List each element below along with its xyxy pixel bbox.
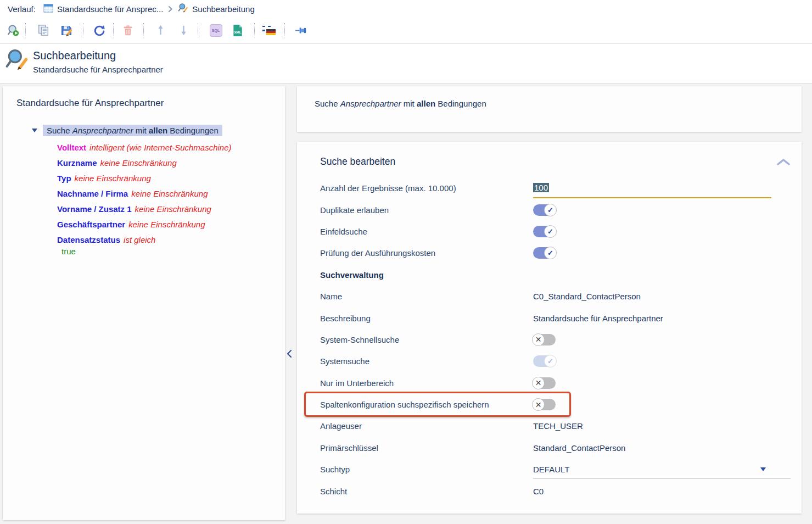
- chevron-right-icon: [168, 5, 173, 13]
- edit-search-card: Suche bearbeiten Anzahl der Ergebnisse (…: [297, 142, 802, 514]
- subarea-only-toggle[interactable]: ✕: [533, 377, 556, 389]
- field-label: Systemsuche: [320, 356, 533, 366]
- page-subtitle: Standardsuche für Ansprechpartner: [33, 65, 163, 74]
- top-bar: Verlauf: Standardsuche für Ansprec...: [0, 0, 812, 43]
- system-search-toggle: ✓: [533, 355, 556, 367]
- form-row-results: Anzahl der Ergebnisse (max. 10.000) 100: [297, 177, 802, 199]
- form-row-system-search: Systemsuche ✓: [297, 350, 802, 372]
- field-label: Spaltenkonfiguration suchspezifisch spei…: [320, 400, 533, 409]
- duplicates-toggle[interactable]: ✓: [533, 204, 556, 216]
- sql-badge: SQL: [210, 24, 222, 37]
- cost-check-toggle[interactable]: ✓: [533, 247, 556, 259]
- form-row-duplicates: Duplikate erlauben ✓: [297, 199, 802, 220]
- field-label: Suchtyp: [320, 465, 533, 474]
- toolbar: SQL XML: [0, 20, 308, 41]
- condition-row[interactable]: Volltextintelligent (wie Internet-Suchma…: [57, 140, 232, 155]
- move-down-icon[interactable]: [177, 23, 190, 37]
- input-value-selected: 100: [533, 183, 549, 192]
- form-row-subarea-only: Nur im Unterbereich ✕: [297, 372, 802, 394]
- form-row-system-quick-search: System-Schnellsuche ✕: [297, 329, 802, 350]
- svg-text:XML: XML: [234, 30, 241, 34]
- toggle-cross-icon: ✕: [532, 333, 545, 346]
- form-row-primary-key: Primärschlüssel Standard_ContactPerson: [297, 437, 802, 459]
- search-type-dropdown[interactable]: DEFAULT: [533, 460, 791, 479]
- field-label: Duplikate erlauben: [320, 205, 533, 215]
- form-row-description: Beschreibung Standardsuche für Ansprechp…: [297, 307, 802, 328]
- toggle-check-icon: ✓: [544, 225, 557, 238]
- breadcrumb-item-label: Suchbearbeitung: [192, 4, 254, 14]
- search-edit-icon-large: [5, 48, 29, 74]
- page-header: Suchbearbeitung Standardsuche für Anspre…: [0, 43, 812, 83]
- refresh-icon[interactable]: [92, 23, 105, 37]
- field-label: Anlageuser: [320, 421, 533, 431]
- system-quick-search-toggle[interactable]: ✕: [533, 334, 556, 345]
- chevron-down-icon: [760, 467, 766, 471]
- tree-expander-icon[interactable]: [32, 129, 37, 132]
- form-row-created-by: Anlageuser TECH_USER: [297, 415, 802, 437]
- dropdown-selected-value: DEFAULT: [533, 465, 569, 474]
- results-count-input[interactable]: 100: [533, 179, 771, 198]
- form-row-column-config: Spaltenkonfiguration suchspezifisch spei…: [297, 394, 802, 415]
- form-row-single-field-search: Einfeldsuche ✓: [297, 221, 802, 242]
- toggle-check-icon: ✓: [544, 247, 557, 259]
- description-value: Standardsuche für Ansprechpartner: [533, 314, 663, 323]
- field-label: Name: [320, 292, 533, 301]
- toggle-check-icon: ✓: [544, 355, 557, 367]
- primary-key-value: Standard_ContactPerson: [533, 443, 625, 453]
- language-flags-icon[interactable]: [262, 23, 276, 37]
- condition-tree-panel: Standardsuche für Ansprechpartner Suche …: [3, 86, 285, 520]
- flags: [262, 26, 276, 35]
- tree-root-node[interactable]: Suche Ansprechpartner mit allen Bedingun…: [32, 125, 222, 136]
- breadcrumb-item-search-edit[interactable]: Suchbearbeitung: [178, 3, 254, 15]
- page-title: Suchbearbeitung: [33, 49, 116, 62]
- field-label: Beschreibung: [320, 314, 533, 323]
- condition-row[interactable]: Typkeine Einschränkung: [57, 171, 232, 186]
- name-value: C0_Standard_ContactPerson: [533, 292, 641, 301]
- sql-export-icon[interactable]: SQL: [209, 23, 222, 37]
- move-up-icon[interactable]: [154, 23, 167, 37]
- table-icon: [43, 3, 53, 15]
- breadcrumb-item-search-list[interactable]: Standardsuche für Ansprec...: [43, 3, 163, 15]
- single-field-search-toggle[interactable]: ✓: [533, 226, 556, 237]
- form-row-layer: Schicht C0: [297, 480, 802, 501]
- collapse-panel-icon[interactable]: [286, 349, 295, 359]
- save-icon[interactable]: [60, 23, 73, 37]
- condition-row[interactable]: Datensatzstatusist gleich: [57, 232, 232, 248]
- toggle-cross-icon: ✕: [532, 377, 545, 389]
- layer-value: C0: [533, 487, 544, 496]
- field-label: Primärschlüssel: [320, 443, 533, 453]
- form-row-name: Name C0_Standard_ContactPerson: [297, 286, 802, 307]
- form-row-search-type: Suchtyp DEFAULT: [297, 459, 802, 480]
- condition-row[interactable]: Vorname / Zusatz 1keine Einschränkung: [57, 202, 232, 217]
- field-label: Prüfung der Ausführungskosten: [320, 248, 533, 258]
- tree-children: Volltextintelligent (wie Internet-Suchma…: [57, 140, 232, 257]
- created-by-value: TECH_USER: [533, 421, 583, 431]
- main-area: Standardsuche für Ansprechpartner Suche …: [0, 83, 812, 524]
- field-label: System-Schnellsuche: [320, 335, 533, 344]
- breadcrumb: Verlauf: Standardsuche für Ansprec...: [8, 2, 255, 15]
- panel-title: Standardsuche für Ansprechpartner: [16, 98, 164, 109]
- column-config-toggle[interactable]: ✕: [533, 399, 556, 410]
- german-flag: [266, 29, 276, 35]
- summary-sentence: Suche Ansprechpartner mit allen Bedingun…: [315, 99, 486, 108]
- condition-row[interactable]: Geschäftspartnerkeine Einschränkung: [57, 217, 232, 232]
- field-label: Anzahl der Ergebnisse (max. 10.000): [320, 183, 533, 193]
- pin-icon[interactable]: [295, 23, 308, 37]
- breadcrumb-item-label: Standardsuche für Ansprec...: [57, 4, 163, 14]
- tree-root-sentence: Suche Ansprechpartner mit allen Bedingun…: [43, 125, 222, 136]
- condition-row[interactable]: Kurznamekeine Einschränkung: [57, 155, 232, 171]
- xml-export-icon[interactable]: XML: [231, 23, 244, 37]
- section-title: Suche bearbeiten: [320, 156, 395, 168]
- copy-icon[interactable]: [37, 23, 50, 37]
- toggle-cross-icon: ✕: [532, 398, 545, 411]
- history-label: Verlauf:: [8, 4, 36, 14]
- chevron-up-icon[interactable]: [776, 158, 791, 168]
- execute-search-icon[interactable]: [7, 23, 20, 37]
- condition-row[interactable]: Nachname / Firmakeine Einschränkung: [57, 186, 232, 202]
- delete-icon[interactable]: [121, 23, 135, 37]
- toggle-check-icon: ✓: [544, 204, 557, 216]
- form-section-header: Suchverwaltung: [297, 264, 802, 286]
- search-summary-card: Suche Ansprechpartner mit allen Bedingun…: [297, 86, 802, 132]
- field-label: Schicht: [320, 487, 533, 496]
- form-row-cost-check: Prüfung der Ausführungskosten ✓: [297, 242, 802, 264]
